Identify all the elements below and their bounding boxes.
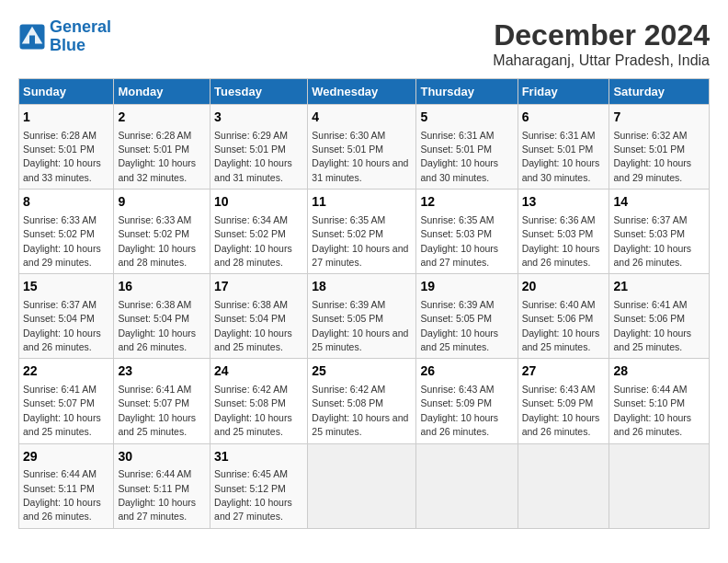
day-cell: 21 Sunrise: 6:41 AMSunset: 5:06 PMDaylig… bbox=[609, 274, 710, 359]
col-header-monday: Monday bbox=[114, 79, 210, 105]
week-row-1: 1 Sunrise: 6:28 AMSunset: 5:01 PMDayligh… bbox=[19, 105, 710, 190]
day-number: 12 bbox=[420, 193, 513, 212]
day-cell: 25 Sunrise: 6:42 AMSunset: 5:08 PMDaylig… bbox=[308, 359, 416, 443]
day-info: Sunrise: 6:28 AMSunset: 5:01 PMDaylight:… bbox=[118, 130, 196, 183]
col-header-tuesday: Tuesday bbox=[210, 79, 308, 105]
week-row-4: 22 Sunrise: 6:41 AMSunset: 5:07 PMDaylig… bbox=[19, 359, 710, 443]
day-number: 3 bbox=[214, 109, 303, 127]
day-cell: 10 Sunrise: 6:34 AMSunset: 5:02 PMDaylig… bbox=[210, 190, 308, 274]
day-info: Sunrise: 6:37 AMSunset: 5:04 PMDaylight:… bbox=[23, 299, 101, 352]
day-number: 14 bbox=[613, 193, 705, 212]
col-header-wednesday: Wednesday bbox=[308, 79, 416, 105]
day-number: 2 bbox=[118, 109, 206, 127]
week-row-3: 15 Sunrise: 6:37 AMSunset: 5:04 PMDaylig… bbox=[19, 274, 710, 359]
logo-icon bbox=[18, 23, 46, 51]
day-info: Sunrise: 6:41 AMSunset: 5:06 PMDaylight:… bbox=[613, 299, 691, 352]
day-info: Sunrise: 6:42 AMSunset: 5:08 PMDaylight:… bbox=[214, 384, 292, 437]
day-info: Sunrise: 6:37 AMSunset: 5:03 PMDaylight:… bbox=[613, 214, 691, 268]
day-info: Sunrise: 6:30 AMSunset: 5:01 PMDaylight:… bbox=[312, 130, 408, 183]
day-info: Sunrise: 6:36 AMSunset: 5:03 PMDaylight:… bbox=[522, 214, 600, 268]
day-cell bbox=[518, 443, 609, 528]
page-subtitle: Maharaganj, Uttar Pradesh, India bbox=[493, 52, 710, 69]
page-header: General Blue December 2024 Maharaganj, U… bbox=[18, 18, 710, 69]
day-cell: 28 Sunrise: 6:44 AMSunset: 5:10 PMDaylig… bbox=[609, 359, 710, 443]
day-number: 1 bbox=[23, 109, 109, 127]
day-cell: 3 Sunrise: 6:29 AMSunset: 5:01 PMDayligh… bbox=[210, 105, 308, 190]
day-cell: 18 Sunrise: 6:39 AMSunset: 5:05 PMDaylig… bbox=[308, 274, 416, 359]
day-info: Sunrise: 6:44 AMSunset: 5:11 PMDaylight:… bbox=[118, 468, 196, 522]
day-number: 16 bbox=[118, 278, 206, 296]
day-info: Sunrise: 6:43 AMSunset: 5:09 PMDaylight:… bbox=[420, 384, 498, 437]
day-info: Sunrise: 6:32 AMSunset: 5:01 PMDaylight:… bbox=[613, 130, 691, 183]
day-cell: 6 Sunrise: 6:31 AMSunset: 5:01 PMDayligh… bbox=[518, 105, 609, 190]
day-number: 22 bbox=[23, 362, 109, 381]
day-cell: 27 Sunrise: 6:43 AMSunset: 5:09 PMDaylig… bbox=[518, 359, 609, 443]
title-block: December 2024 Maharaganj, Uttar Pradesh,… bbox=[493, 18, 710, 69]
day-info: Sunrise: 6:35 AMSunset: 5:02 PMDaylight:… bbox=[312, 214, 408, 268]
day-number: 28 bbox=[613, 362, 705, 381]
page-title: December 2024 bbox=[493, 18, 710, 52]
svg-rect-2 bbox=[29, 35, 35, 45]
day-info: Sunrise: 6:45 AMSunset: 5:12 PMDaylight:… bbox=[214, 468, 292, 522]
day-cell bbox=[308, 443, 416, 528]
day-cell: 31 Sunrise: 6:45 AMSunset: 5:12 PMDaylig… bbox=[210, 443, 308, 528]
day-cell: 11 Sunrise: 6:35 AMSunset: 5:02 PMDaylig… bbox=[308, 190, 416, 274]
day-number: 31 bbox=[214, 448, 303, 466]
col-header-friday: Friday bbox=[518, 79, 609, 105]
day-cell: 23 Sunrise: 6:41 AMSunset: 5:07 PMDaylig… bbox=[114, 359, 210, 443]
day-number: 8 bbox=[23, 193, 109, 212]
day-info: Sunrise: 6:38 AMSunset: 5:04 PMDaylight:… bbox=[214, 299, 292, 352]
calendar-table: SundayMondayTuesdayWednesdayThursdayFrid… bbox=[18, 78, 710, 529]
day-info: Sunrise: 6:34 AMSunset: 5:02 PMDaylight:… bbox=[214, 214, 292, 268]
header-row: SundayMondayTuesdayWednesdayThursdayFrid… bbox=[19, 79, 710, 105]
day-cell: 16 Sunrise: 6:38 AMSunset: 5:04 PMDaylig… bbox=[114, 274, 210, 359]
day-number: 21 bbox=[613, 278, 705, 296]
day-cell bbox=[416, 443, 518, 528]
day-cell: 30 Sunrise: 6:44 AMSunset: 5:11 PMDaylig… bbox=[114, 443, 210, 528]
day-number: 23 bbox=[118, 362, 206, 381]
day-number: 13 bbox=[522, 193, 606, 212]
week-row-5: 29 Sunrise: 6:44 AMSunset: 5:11 PMDaylig… bbox=[19, 443, 710, 528]
day-cell: 13 Sunrise: 6:36 AMSunset: 5:03 PMDaylig… bbox=[518, 190, 609, 274]
logo-text: General Blue bbox=[50, 18, 111, 55]
day-cell: 9 Sunrise: 6:33 AMSunset: 5:02 PMDayligh… bbox=[114, 190, 210, 274]
day-info: Sunrise: 6:33 AMSunset: 5:02 PMDaylight:… bbox=[23, 214, 101, 268]
day-number: 4 bbox=[312, 109, 412, 127]
day-info: Sunrise: 6:29 AMSunset: 5:01 PMDaylight:… bbox=[214, 130, 292, 183]
day-number: 5 bbox=[420, 109, 513, 127]
day-cell: 12 Sunrise: 6:35 AMSunset: 5:03 PMDaylig… bbox=[416, 190, 518, 274]
day-number: 7 bbox=[613, 109, 705, 127]
day-cell: 1 Sunrise: 6:28 AMSunset: 5:01 PMDayligh… bbox=[19, 105, 114, 190]
day-info: Sunrise: 6:31 AMSunset: 5:01 PMDaylight:… bbox=[522, 130, 600, 183]
day-info: Sunrise: 6:38 AMSunset: 5:04 PMDaylight:… bbox=[118, 299, 196, 352]
day-info: Sunrise: 6:44 AMSunset: 5:10 PMDaylight:… bbox=[613, 384, 691, 437]
day-info: Sunrise: 6:44 AMSunset: 5:11 PMDaylight:… bbox=[23, 468, 101, 522]
day-info: Sunrise: 6:28 AMSunset: 5:01 PMDaylight:… bbox=[23, 130, 101, 183]
day-number: 27 bbox=[522, 362, 606, 381]
day-info: Sunrise: 6:31 AMSunset: 5:01 PMDaylight:… bbox=[420, 130, 498, 183]
day-cell: 24 Sunrise: 6:42 AMSunset: 5:08 PMDaylig… bbox=[210, 359, 308, 443]
day-number: 10 bbox=[214, 193, 303, 212]
day-cell: 20 Sunrise: 6:40 AMSunset: 5:06 PMDaylig… bbox=[518, 274, 609, 359]
day-cell: 26 Sunrise: 6:43 AMSunset: 5:09 PMDaylig… bbox=[416, 359, 518, 443]
day-info: Sunrise: 6:33 AMSunset: 5:02 PMDaylight:… bbox=[118, 214, 196, 268]
day-cell: 14 Sunrise: 6:37 AMSunset: 5:03 PMDaylig… bbox=[609, 190, 710, 274]
col-header-saturday: Saturday bbox=[609, 79, 710, 105]
day-cell: 7 Sunrise: 6:32 AMSunset: 5:01 PMDayligh… bbox=[609, 105, 710, 190]
day-number: 24 bbox=[214, 362, 303, 381]
day-info: Sunrise: 6:40 AMSunset: 5:06 PMDaylight:… bbox=[522, 299, 600, 352]
day-number: 29 bbox=[23, 448, 109, 466]
day-number: 6 bbox=[522, 109, 606, 127]
day-number: 9 bbox=[118, 193, 206, 212]
day-info: Sunrise: 6:39 AMSunset: 5:05 PMDaylight:… bbox=[312, 299, 408, 352]
day-info: Sunrise: 6:41 AMSunset: 5:07 PMDaylight:… bbox=[23, 384, 101, 437]
day-info: Sunrise: 6:42 AMSunset: 5:08 PMDaylight:… bbox=[312, 384, 408, 437]
week-row-2: 8 Sunrise: 6:33 AMSunset: 5:02 PMDayligh… bbox=[19, 190, 710, 274]
day-number: 17 bbox=[214, 278, 303, 296]
day-cell: 8 Sunrise: 6:33 AMSunset: 5:02 PMDayligh… bbox=[19, 190, 114, 274]
day-number: 19 bbox=[420, 278, 513, 296]
day-info: Sunrise: 6:41 AMSunset: 5:07 PMDaylight:… bbox=[118, 384, 196, 437]
day-cell: 5 Sunrise: 6:31 AMSunset: 5:01 PMDayligh… bbox=[416, 105, 518, 190]
day-number: 20 bbox=[522, 278, 606, 296]
col-header-sunday: Sunday bbox=[19, 79, 114, 105]
